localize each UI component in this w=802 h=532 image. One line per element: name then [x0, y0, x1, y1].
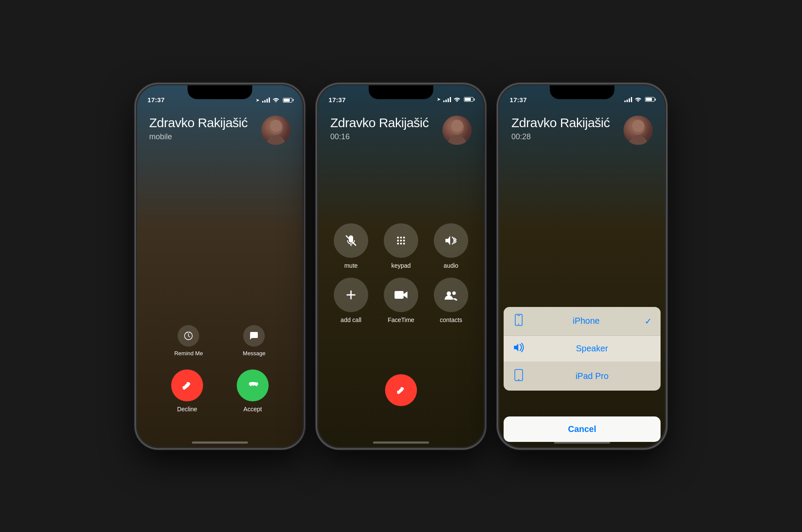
notch-active — [369, 85, 433, 99]
contact-subtitle: mobile — [149, 132, 247, 141]
cancel-label: Cancel — [568, 424, 596, 434]
iphone-option-icon — [512, 314, 525, 329]
end-call-button[interactable] — [385, 374, 417, 406]
signal-icon — [262, 97, 270, 103]
svg-point-27 — [518, 323, 519, 324]
iphone-option-label: iPhone — [532, 316, 640, 326]
accept-circle — [237, 369, 269, 401]
signal-icon-audio — [624, 97, 632, 102]
mute-label: mute — [344, 262, 357, 269]
audio-options-list: iPhone ✓ Sp — [504, 307, 661, 391]
add-call-button[interactable]: add call — [330, 278, 372, 323]
svg-point-4 — [448, 135, 467, 145]
wifi-icon-active — [454, 96, 461, 103]
ipad-pro-option[interactable]: iPad Pro — [504, 362, 661, 391]
mute-button[interactable]: mute — [330, 223, 372, 269]
ipad-pro-option-icon — [512, 369, 525, 384]
status-icons-active: ➤ — [437, 96, 473, 103]
svg-point-22 — [452, 291, 456, 295]
contact-avatar — [261, 116, 291, 145]
svg-point-13 — [400, 239, 402, 241]
audio-label: audio — [444, 262, 458, 269]
cancel-button[interactable]: Cancel — [504, 416, 661, 442]
remind-me-label: Remind Me — [174, 350, 203, 357]
svg-point-16 — [400, 242, 402, 244]
keypad-button[interactable]: keypad — [380, 223, 422, 269]
keypad-label: keypad — [391, 262, 410, 269]
status-icons: ➤ — [256, 97, 292, 103]
decline-button[interactable]: Decline — [171, 369, 203, 413]
contact-info-audio: Zdravko Rakijašić 00:28 — [511, 116, 653, 145]
svg-point-25 — [632, 120, 644, 132]
iphone-audio-select: 17:37 — [498, 84, 666, 448]
ipad-pro-option-label: iPad Pro — [532, 371, 652, 381]
avatar-image-audio — [623, 116, 653, 145]
facetime-button[interactable]: FaceTime — [380, 278, 422, 323]
status-time-active: 17:37 — [329, 96, 346, 103]
svg-point-17 — [403, 242, 405, 244]
contact-name: Zdravko Rakijašić — [149, 116, 247, 130]
location-icon-active: ➤ — [437, 97, 441, 102]
status-icons-audio — [624, 96, 655, 103]
message-action[interactable]: Message — [243, 325, 266, 357]
iphone-check-icon: ✓ — [645, 316, 652, 326]
svg-point-30 — [518, 379, 520, 380]
add-call-circle — [334, 278, 368, 312]
contact-name-active: Zdravko Rakijašić — [330, 116, 429, 130]
message-icon — [243, 325, 265, 347]
speaker-option[interactable]: Speaker — [504, 336, 661, 362]
contact-info: Zdravko Rakijašić mobile — [149, 116, 291, 145]
battery-icon — [283, 98, 292, 103]
screen-active: 17:37 ➤ — [318, 85, 484, 447]
svg-point-23 — [629, 135, 648, 145]
audio-button[interactable]: audio — [430, 223, 472, 269]
notch-audio — [550, 85, 614, 99]
svg-point-11 — [403, 236, 405, 238]
audio-popup: iPhone ✓ Sp — [499, 307, 665, 447]
notch — [188, 85, 252, 99]
call-buttons: Decline Accept — [137, 369, 303, 413]
iphone-option[interactable]: iPhone ✓ — [504, 307, 661, 336]
remind-me-icon — [178, 325, 199, 347]
svg-point-21 — [447, 291, 451, 296]
svg-point-12 — [397, 239, 399, 241]
status-time: 17:37 — [147, 96, 165, 103]
keypad-circle — [384, 223, 418, 258]
speaker-option-label: Speaker — [532, 344, 652, 354]
contact-avatar-audio — [623, 116, 653, 145]
facetime-circle — [384, 278, 418, 312]
svg-point-0 — [266, 135, 285, 145]
screen-audio: 17:37 — [499, 85, 665, 447]
wifi-icon-audio — [635, 96, 642, 103]
message-label: Message — [243, 350, 266, 357]
facetime-label: FaceTime — [388, 316, 414, 323]
battery-icon-audio — [645, 97, 655, 102]
svg-point-9 — [397, 236, 399, 238]
signal-icon-active — [443, 97, 451, 102]
remind-me-action[interactable]: Remind Me — [174, 325, 203, 357]
add-call-label: add call — [341, 316, 361, 323]
home-indicator — [192, 441, 248, 444]
contact-subtitle-audio: 00:28 — [511, 132, 610, 141]
contact-subtitle-active: 00:16 — [330, 132, 429, 141]
svg-point-2 — [270, 120, 282, 132]
accept-button[interactable]: Accept — [237, 369, 269, 413]
contacts-circle — [434, 278, 468, 312]
svg-point-15 — [397, 242, 399, 244]
contacts-label: contacts — [440, 316, 462, 323]
controls-grid: mute — [330, 223, 472, 323]
speaker-option-icon — [512, 343, 525, 355]
iphone-incoming: 17:37 ➤ — [136, 84, 304, 448]
decline-label: Decline — [177, 406, 197, 413]
svg-rect-28 — [517, 315, 520, 316]
iphone-active: 17:37 ➤ — [317, 84, 485, 448]
contacts-button[interactable]: contacts — [430, 278, 472, 323]
svg-point-14 — [403, 239, 405, 241]
status-time-audio: 17:37 — [510, 96, 527, 103]
svg-rect-20 — [395, 291, 404, 299]
phones-container: 17:37 ➤ — [136, 84, 666, 448]
home-indicator-active — [373, 441, 429, 444]
call-controls: mute — [318, 223, 484, 323]
svg-point-10 — [400, 236, 402, 238]
svg-rect-29 — [515, 369, 523, 381]
